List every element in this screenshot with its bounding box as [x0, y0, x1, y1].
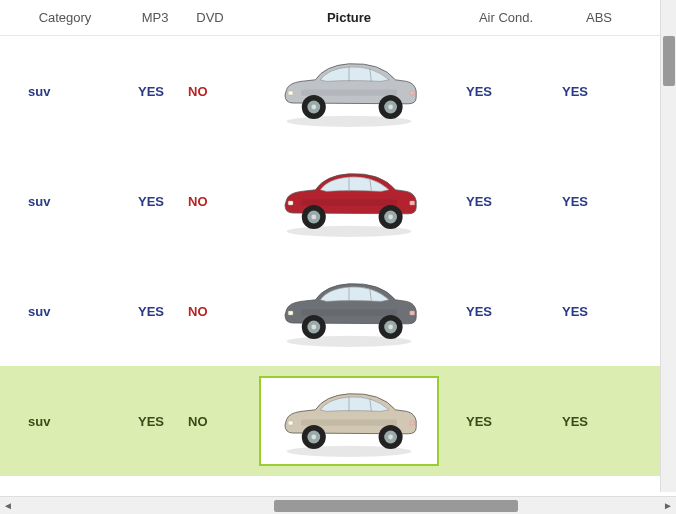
svg-rect-3 — [301, 89, 397, 95]
svg-rect-10 — [288, 91, 293, 95]
svg-rect-15 — [301, 199, 397, 205]
cell-dvd[interactable]: NO — [180, 414, 240, 429]
svg-point-42 — [311, 435, 316, 440]
cell-aircond[interactable]: YES — [458, 304, 554, 319]
table-row[interactable]: suv YES NO YES YES — [0, 366, 676, 476]
car-image-wrapper — [259, 266, 439, 356]
svg-point-18 — [311, 215, 316, 220]
cell-aircond[interactable]: YES — [458, 414, 554, 429]
table-row[interactable]: suv YES NO YES YES — [0, 146, 676, 256]
cell-aircond[interactable]: YES — [458, 194, 554, 209]
cell-abs[interactable]: YES — [554, 194, 644, 209]
car-image-wrapper — [259, 376, 439, 466]
cell-aircond[interactable]: YES — [458, 84, 554, 99]
car-image-wrapper — [259, 156, 439, 246]
car-image-icon — [269, 161, 429, 241]
svg-point-33 — [388, 325, 393, 330]
column-header-abs[interactable]: ABS — [554, 10, 644, 25]
cell-dvd[interactable]: NO — [180, 84, 240, 99]
cell-picture[interactable] — [240, 366, 458, 476]
cell-picture[interactable] — [240, 146, 458, 256]
cell-category[interactable]: suv — [0, 194, 130, 209]
scroll-right-arrow-icon[interactable]: ► — [660, 498, 676, 514]
horizontal-scrollbar-thumb[interactable] — [274, 500, 518, 512]
car-image-wrapper — [259, 46, 439, 136]
car-image-icon — [269, 271, 429, 351]
cell-dvd[interactable]: NO — [180, 194, 240, 209]
cell-abs[interactable]: YES — [554, 84, 644, 99]
cell-category[interactable]: suv — [0, 414, 130, 429]
svg-point-21 — [388, 215, 393, 220]
svg-rect-47 — [410, 421, 415, 425]
cell-picture[interactable] — [240, 256, 458, 366]
cell-abs[interactable]: YES — [554, 304, 644, 319]
data-grid: Category MP3 DVD Picture Air Cond. ABS s… — [0, 0, 676, 492]
svg-rect-23 — [410, 201, 415, 205]
svg-point-9 — [388, 105, 393, 110]
svg-rect-35 — [410, 311, 415, 315]
column-header-dvd[interactable]: DVD — [180, 10, 240, 25]
scroll-left-arrow-icon[interactable]: ◄ — [0, 498, 16, 514]
column-header-aircond[interactable]: Air Cond. — [458, 10, 554, 25]
svg-point-30 — [311, 325, 316, 330]
cell-mp3[interactable]: YES — [130, 84, 180, 99]
grid-body: suv YES NO YES YES suv YES NO — [0, 36, 676, 476]
car-image-icon — [269, 381, 429, 461]
grid-header-row: Category MP3 DVD Picture Air Cond. ABS — [0, 0, 676, 36]
column-header-category[interactable]: Category — [0, 10, 130, 25]
svg-rect-46 — [288, 421, 293, 425]
svg-rect-34 — [288, 311, 293, 315]
svg-point-45 — [388, 435, 393, 440]
cell-mp3[interactable]: YES — [130, 304, 180, 319]
horizontal-scrollbar-track[interactable] — [17, 498, 659, 514]
column-header-picture[interactable]: Picture — [240, 10, 458, 25]
vertical-scrollbar-thumb[interactable] — [663, 36, 675, 86]
column-header-mp3[interactable]: MP3 — [130, 10, 180, 25]
table-row[interactable]: suv YES NO YES YES — [0, 36, 676, 146]
car-image-icon — [269, 51, 429, 131]
cell-category[interactable]: suv — [0, 84, 130, 99]
svg-rect-27 — [301, 309, 397, 315]
svg-point-6 — [311, 105, 316, 110]
cell-dvd[interactable]: NO — [180, 304, 240, 319]
cell-mp3[interactable]: YES — [130, 414, 180, 429]
cell-abs[interactable]: YES — [554, 414, 644, 429]
svg-rect-22 — [288, 201, 293, 205]
svg-rect-11 — [410, 91, 415, 95]
horizontal-scrollbar[interactable]: ◄ ► — [0, 496, 676, 514]
vertical-scrollbar[interactable] — [660, 0, 676, 492]
cell-mp3[interactable]: YES — [130, 194, 180, 209]
cell-picture[interactable] — [240, 36, 458, 146]
table-row[interactable]: suv YES NO YES YES — [0, 256, 676, 366]
cell-category[interactable]: suv — [0, 304, 130, 319]
svg-rect-39 — [301, 419, 397, 425]
